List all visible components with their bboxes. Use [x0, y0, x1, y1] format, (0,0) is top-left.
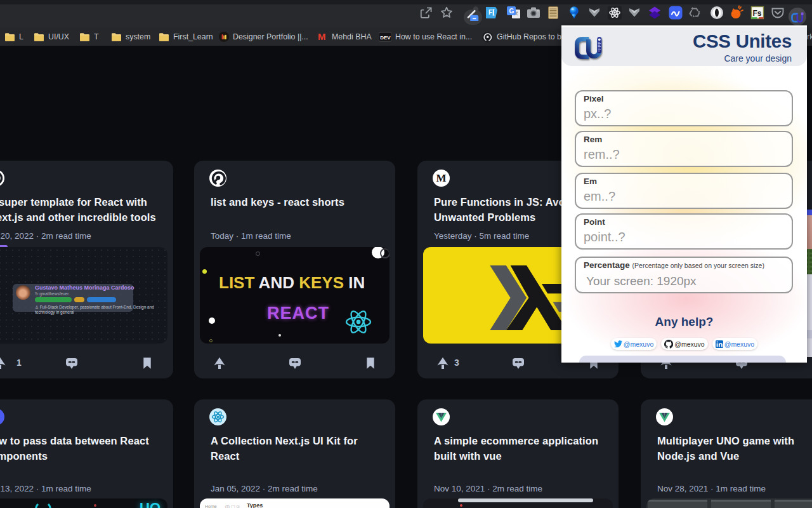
- svg-text:DEV: DEV: [380, 35, 391, 41]
- svg-text:G: G: [509, 8, 514, 15]
- svg-text:M: M: [318, 32, 326, 42]
- svg-text:Fs: Fs: [753, 9, 762, 18]
